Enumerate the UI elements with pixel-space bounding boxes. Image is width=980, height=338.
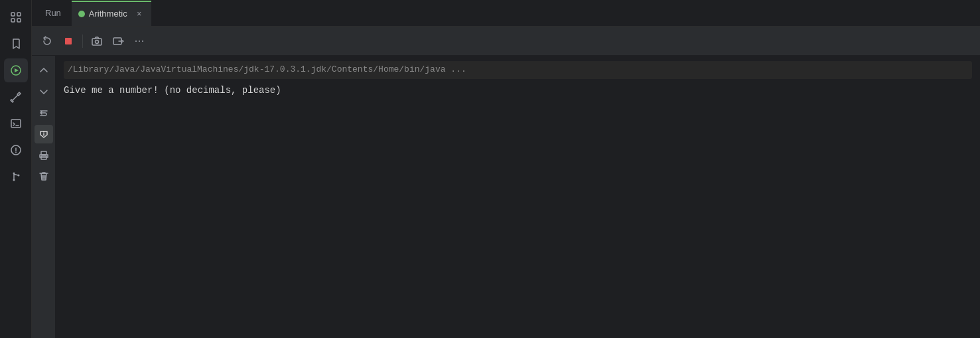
- sidebar-icon-run[interactable]: [4, 58, 28, 82]
- clear-button[interactable]: [35, 167, 53, 186]
- tab-close-button[interactable]: ×: [134, 9, 145, 19]
- sidebar-icon-structure[interactable]: [4, 5, 28, 29]
- stop-button[interactable]: [58, 31, 78, 51]
- scroll-lock-icon: [39, 129, 48, 139]
- print-button[interactable]: [35, 146, 53, 165]
- redirect-icon: [112, 35, 124, 47]
- more-button[interactable]: [129, 31, 149, 51]
- output-sidebar: [32, 56, 56, 338]
- snapshot-icon: [91, 35, 103, 47]
- main-area: Run Arithmetic ×: [32, 0, 980, 338]
- scroll-to-bottom-button[interactable]: [35, 82, 53, 101]
- svg-point-16: [139, 41, 140, 42]
- svg-rect-12: [92, 39, 102, 45]
- run-active-icon: [10, 64, 22, 76]
- snapshot-button[interactable]: [87, 31, 107, 51]
- more-icon: [133, 35, 145, 47]
- output-container: /Library/Java/JavaVirtualMachines/jdk-17…: [32, 56, 980, 338]
- scroll-top-icon: [39, 66, 48, 75]
- terminal-icon: [10, 118, 22, 129]
- bookmarks-icon: [10, 38, 22, 50]
- svg-marker-5: [15, 68, 19, 72]
- sidebar-icon-build[interactable]: [4, 85, 28, 109]
- stop-icon: [62, 35, 74, 47]
- svg-point-17: [142, 41, 143, 42]
- tab-run[interactable]: Run: [37, 3, 69, 24]
- rerun-icon: [41, 35, 53, 47]
- sidebar-icon-bookmarks[interactable]: [4, 32, 28, 56]
- output-path-line: /Library/Java/JavaVirtualMachines/jdk-17…: [64, 61, 972, 79]
- redirect-button[interactable]: [108, 31, 128, 51]
- git-icon: [10, 171, 22, 183]
- tab-arithmetic-label: Arithmetic: [89, 9, 127, 19]
- problems-icon: [10, 144, 22, 156]
- svg-rect-2: [11, 19, 15, 22]
- run-toolbar: [32, 27, 980, 56]
- output-prompt-line: Give me a number! (no decimals, please): [64, 83, 972, 98]
- svg-point-15: [135, 41, 137, 42]
- tab-status-dot: [78, 11, 85, 17]
- build-icon: [10, 91, 22, 103]
- tab-bar: Run Arithmetic ×: [32, 0, 980, 27]
- output-area[interactable]: /Library/Java/JavaVirtualMachines/jdk-17…: [56, 56, 980, 338]
- scroll-bottom-icon: [39, 87, 48, 96]
- wrap-button[interactable]: [35, 104, 53, 122]
- sidebar-icon-git[interactable]: [4, 165, 28, 189]
- scroll-to-top-button[interactable]: [35, 61, 53, 80]
- tab-arithmetic[interactable]: Arithmetic ×: [72, 1, 151, 26]
- svg-point-20: [45, 155, 46, 157]
- structure-icon: [10, 11, 22, 23]
- svg-rect-3: [17, 19, 21, 22]
- clear-icon: [39, 172, 48, 181]
- left-sidebar: [0, 0, 32, 338]
- svg-rect-6: [11, 120, 21, 127]
- toolbar-divider-1: [82, 35, 83, 48]
- print-icon: [39, 151, 48, 160]
- scroll-lock-button[interactable]: [35, 125, 53, 143]
- sidebar-icon-problems[interactable]: [4, 138, 28, 162]
- svg-rect-11: [65, 38, 72, 44]
- svg-point-13: [96, 40, 99, 43]
- sidebar-icon-terminal[interactable]: [4, 112, 28, 135]
- rerun-button[interactable]: [37, 31, 57, 51]
- svg-rect-0: [11, 13, 15, 16]
- wrap-icon: [39, 108, 48, 118]
- svg-rect-1: [17, 13, 21, 16]
- run-tab-label: Run: [45, 8, 61, 18]
